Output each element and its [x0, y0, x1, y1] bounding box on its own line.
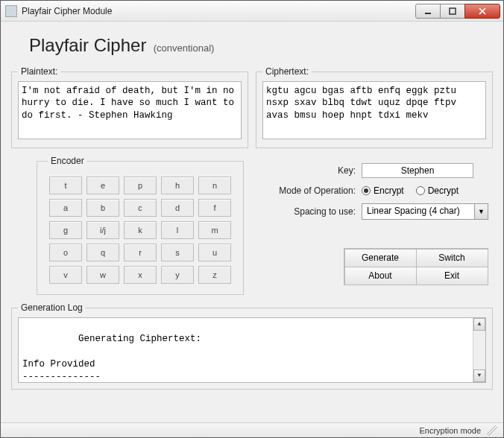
ciphertext-input[interactable]	[262, 81, 486, 139]
encoder-key[interactable]: q	[86, 244, 119, 261]
plaintext-label: Plaintext:	[18, 66, 60, 77]
ciphertext-label: Ciphertext:	[262, 66, 312, 77]
radio-unselected-icon	[416, 186, 425, 195]
encoder-key[interactable]: z	[198, 266, 231, 284]
scroll-down-icon[interactable]: ▼	[473, 369, 485, 382]
scroll-track[interactable]	[473, 331, 485, 369]
close-icon	[479, 7, 486, 15]
encoder-key[interactable]: p	[124, 177, 157, 194]
encoder-grid: tephnabcdfgi/jklmoqrsuvwxyz	[48, 177, 233, 284]
generate-button[interactable]: Generate	[344, 249, 417, 267]
encoder-key[interactable]: y	[161, 266, 194, 284]
statusbar: Encryption mode	[1, 422, 503, 437]
encoder-key[interactable]: c	[124, 199, 157, 217]
spacing-row: Spacing to use: Linear Spacing (4 char) …	[251, 203, 488, 220]
close-button[interactable]	[464, 4, 500, 19]
spacing-combo[interactable]: Linear Spacing (4 char) ▼	[362, 203, 488, 220]
encoder-key[interactable]: d	[161, 199, 194, 217]
encoder-key[interactable]: i/j	[86, 221, 119, 239]
text-panels-row: Plaintext: Ciphertext:	[11, 66, 493, 148]
exit-button[interactable]: Exit	[416, 267, 488, 285]
svg-rect-0	[425, 13, 431, 14]
encoder-key[interactable]: f	[198, 199, 231, 217]
plaintext-group: Plaintext:	[11, 66, 248, 148]
key-label: Key:	[251, 165, 356, 176]
encoder-key[interactable]: h	[161, 177, 194, 194]
titlebar[interactable]: Playfair Cipher Module	[1, 1, 503, 22]
encoder-key[interactable]: u	[198, 244, 231, 261]
key-input[interactable]	[362, 163, 473, 178]
scroll-up-icon[interactable]: ▲	[473, 318, 485, 331]
mode-radio-group: Encrypt Decrypt	[362, 185, 459, 196]
encoder-key[interactable]: g	[49, 221, 82, 239]
encoder-key[interactable]: o	[49, 244, 82, 261]
encoder-key[interactable]: a	[49, 199, 82, 217]
encoder-key[interactable]: w	[86, 266, 119, 284]
svg-rect-1	[450, 8, 456, 14]
encoder-key[interactable]: s	[161, 244, 194, 261]
mode-label: Mode of Operation:	[251, 185, 356, 196]
radio-selected-icon	[362, 186, 371, 195]
window-controls	[416, 4, 500, 19]
minimize-icon	[424, 7, 432, 15]
chevron-down-icon: ▼	[474, 204, 488, 219]
window-title: Playfair Cipher Module	[22, 6, 416, 16]
plaintext-input[interactable]	[18, 81, 242, 139]
client-area: Playfair Cipher (conventional) Plaintext…	[1, 22, 503, 422]
spacing-label: Spacing to use:	[251, 206, 356, 217]
banner: Playfair Cipher (conventional)	[11, 29, 493, 66]
encoder-key[interactable]: e	[86, 177, 119, 194]
log-row: Generation Log Generating Ciphertext: In…	[11, 302, 493, 390]
encoder-key[interactable]: v	[49, 266, 82, 284]
encoder-key[interactable]: t	[49, 177, 82, 194]
encoder-column: Encoder tephnabcdfgi/jklmoqrsuvwxyz	[11, 156, 244, 295]
action-button-grid: Generate Switch About Exit	[344, 248, 488, 285]
encoder-key[interactable]: n	[198, 177, 231, 194]
mode-encrypt-radio[interactable]: Encrypt	[362, 185, 404, 196]
minimize-button[interactable]	[415, 4, 441, 19]
switch-button[interactable]: Switch	[416, 249, 488, 267]
encoder-key[interactable]: b	[86, 199, 119, 217]
log-scrollbar[interactable]: ▲ ▼	[473, 318, 485, 382]
encoder-key[interactable]: r	[124, 244, 157, 261]
maximize-button[interactable]	[440, 4, 465, 19]
resize-grip-icon[interactable]	[487, 425, 497, 436]
encoder-key[interactable]: x	[124, 266, 157, 284]
encoder-group: Encoder tephnabcdfgi/jklmoqrsuvwxyz	[37, 156, 244, 295]
controls-column: Key: Mode of Operation: Encrypt Decrypt	[251, 156, 493, 295]
log-label: Generation Log	[18, 302, 86, 313]
app-icon	[5, 5, 17, 17]
page-subtitle: (conventional)	[154, 42, 215, 54]
log-output[interactable]: Generating Ciphertext: Info Provided ---…	[18, 317, 486, 383]
about-button[interactable]: About	[344, 267, 417, 285]
status-mode: Encryption mode	[419, 426, 481, 435]
mode-encrypt-label: Encrypt	[374, 185, 404, 196]
key-row: Key:	[251, 163, 488, 178]
mode-row: Mode of Operation: Encrypt Decrypt	[251, 185, 488, 196]
encoder-label: Encoder	[48, 156, 87, 166]
app-window: Playfair Cipher Module Playfair Cipher (…	[0, 0, 504, 438]
mode-decrypt-label: Decrypt	[428, 185, 459, 196]
maximize-icon	[449, 7, 456, 15]
log-group: Generation Log Generating Ciphertext: In…	[11, 302, 493, 390]
spacing-combo-value: Linear Spacing (4 char)	[362, 204, 474, 219]
mode-decrypt-radio[interactable]: Decrypt	[416, 185, 459, 196]
page-title: Playfair Cipher	[29, 35, 146, 55]
encoder-key[interactable]: k	[124, 221, 157, 239]
ciphertext-group: Ciphertext:	[256, 66, 493, 148]
middle-row: Encoder tephnabcdfgi/jklmoqrsuvwxyz Key:…	[11, 156, 493, 295]
encoder-key[interactable]: m	[198, 221, 231, 239]
encoder-key[interactable]: l	[161, 221, 194, 239]
log-text: Generating Ciphertext: Info Provided ---…	[22, 334, 459, 383]
